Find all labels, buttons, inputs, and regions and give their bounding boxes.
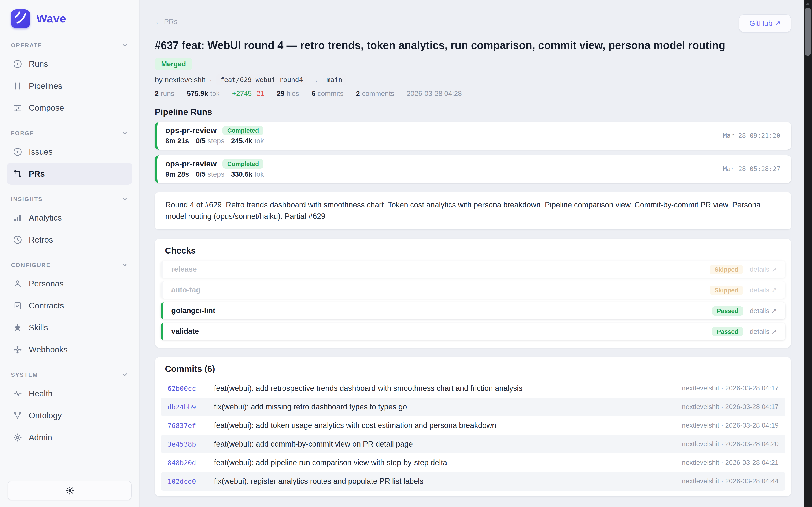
pr-detail-page: ← PRs GitHub ↗ #637 feat: WebUI round 4 … <box>140 0 812 507</box>
run-name: ops-pr-review <box>165 126 217 135</box>
separator-dot: · <box>304 90 306 98</box>
commit-hash-link[interactable]: 62b00cc <box>167 384 206 392</box>
sidebar-item-pipelines[interactable]: Pipelines <box>7 75 133 97</box>
separator-dot: · <box>180 90 182 98</box>
source-branch-chip[interactable]: feat/629-webui-round4 <box>216 74 307 86</box>
issue-circle-icon <box>13 147 22 157</box>
run-status-badge: Completed <box>223 159 264 169</box>
commit-message: feat(webui): add token usage analytics w… <box>214 421 673 430</box>
sidebar-section-system[interactable]: SYSTEM <box>11 372 128 378</box>
sidebar-item-prs[interactable]: PRs <box>7 163 133 185</box>
sidebar-item-label: Analytics <box>29 213 62 222</box>
sidebar-item-label: Health <box>29 389 53 398</box>
app-window: Wave OPERATE Runs Pipelines Compose <box>0 0 812 507</box>
check-details-link[interactable]: details ↗ <box>750 327 777 335</box>
brand-name: Wave <box>36 12 66 25</box>
sidebar-item-label: Contracts <box>29 300 64 310</box>
chevron-down-icon <box>121 130 128 136</box>
scroll-up-arrow-icon[interactable] <box>806 3 810 5</box>
target-branch-chip[interactable]: main <box>323 74 346 86</box>
scrollbar-thumb[interactable] <box>805 8 811 56</box>
sidebar-item-personas[interactable]: Personas <box>7 273 133 294</box>
sidebar-item-analytics[interactable]: Analytics <box>7 207 133 229</box>
commit-list: 62b00cc feat(webui): add retrospective t… <box>161 379 785 491</box>
commit-meta: nextlevelshit · 2026-03-28 04:19 <box>682 421 778 429</box>
chevron-down-icon <box>121 262 128 268</box>
vertical-scrollbar[interactable] <box>804 0 812 507</box>
check-status-badge: Passed <box>712 327 743 336</box>
status-badge: Merged <box>155 58 192 70</box>
check-status-badge: Skipped <box>710 285 743 295</box>
sidebar-section-operate[interactable]: OPERATE <box>11 42 128 49</box>
sidebar-section-insights[interactable]: INSIGHTS <box>11 195 128 203</box>
sidebar-item-label: Pipelines <box>29 81 62 91</box>
check-row: release Skipped details ↗ <box>161 261 785 278</box>
arrow-right-icon: → <box>311 75 318 84</box>
run-tokens: 245.4k <box>231 137 252 145</box>
commit-row: 3e4538b feat(webui): add commit-by-commi… <box>161 435 785 453</box>
check-details-link[interactable]: details ↗ <box>750 265 777 273</box>
check-row: auto-tag Skipped details ↗ <box>161 281 785 299</box>
star-icon <box>13 323 22 332</box>
run-tokens: 330.6k <box>231 170 252 178</box>
sidebar-section-configure[interactable]: CONFIGURE <box>11 262 128 268</box>
sidebar-section-forge[interactable]: FORGE <box>11 130 128 136</box>
sidebar-item-label: Skills <box>29 323 48 332</box>
stat-timestamp: 2026-03-28 04:28 <box>407 90 462 98</box>
commit-meta: nextlevelshit · 2026-03-28 04:44 <box>682 477 778 485</box>
commit-hash-link[interactable]: 76837ef <box>167 421 206 430</box>
separator-dot: · <box>269 90 272 98</box>
checks-heading: Checks <box>165 245 785 256</box>
commit-hash-link[interactable]: 3e4538b <box>167 440 206 448</box>
chevron-down-icon <box>121 195 128 203</box>
sidebar-item-label: Ontology <box>29 410 62 420</box>
commit-row: db24bb9 fix(webui): add missing retro da… <box>161 398 785 416</box>
pr-title: #637 feat: WebUI round 4 — retro trends,… <box>155 38 734 53</box>
stat-commits: 6commits <box>311 90 343 98</box>
sidebar-item-runs[interactable]: Runs <box>7 53 133 75</box>
github-button[interactable]: GitHub ↗ <box>739 14 791 33</box>
run-duration: 9m 28s <box>165 170 189 178</box>
sidebar-item-ontology[interactable]: Ontology <box>7 404 133 426</box>
run-timestamp: Mar 28 09:21:20 <box>723 131 780 139</box>
webhook-icon <box>13 345 22 354</box>
sidebar: Wave OPERATE Runs Pipelines Compose <box>0 0 140 507</box>
run-steps: 0/5 <box>196 170 206 178</box>
sidebar-item-admin[interactable]: Admin <box>7 426 133 448</box>
sliders-icon <box>13 103 22 113</box>
sidebar-item-label: Admin <box>29 433 52 442</box>
sidebar-item-health[interactable]: Health <box>7 382 133 404</box>
sidebar-footer <box>0 473 139 507</box>
back-to-prs-link[interactable]: ← PRs <box>155 18 177 26</box>
pipeline-run-card[interactable]: ops-pr-review Completed 9m 28s 0/5steps … <box>155 156 791 183</box>
separator-dot: · <box>210 75 212 84</box>
commit-meta: nextlevelshit · 2026-03-28 04:17 <box>682 385 778 392</box>
sidebar-item-label: PRs <box>29 169 45 178</box>
check-row: validate Passed details ↗ <box>161 323 785 340</box>
sidebar-item-issues[interactable]: Issues <box>7 141 133 163</box>
stat-files: 29files <box>277 90 299 98</box>
commit-hash-link[interactable]: db24bb9 <box>167 403 206 411</box>
theme-toggle-button[interactable] <box>8 481 132 500</box>
commit-meta: nextlevelshit · 2026-03-28 04:17 <box>682 403 778 411</box>
sidebar-item-skills[interactable]: Skills <box>7 317 133 338</box>
check-row: golangci-lint Passed details ↗ <box>161 302 785 320</box>
pipeline-run-card[interactable]: ops-pr-review Completed 8m 21s 0/5steps … <box>155 122 791 150</box>
separator-dot: · <box>225 90 227 98</box>
commit-hash-link[interactable]: 102dcd0 <box>167 477 206 485</box>
play-circle-icon <box>13 59 22 69</box>
sidebar-item-contracts[interactable]: Contracts <box>7 294 133 317</box>
check-name: validate <box>171 327 199 336</box>
sidebar-item-retros[interactable]: Retros <box>7 229 133 250</box>
sun-icon <box>65 486 74 495</box>
triangle-graph-icon <box>13 410 22 420</box>
git-pull-request-icon <box>13 169 22 178</box>
check-details-link[interactable]: details ↗ <box>750 286 777 294</box>
sidebar-item-webhooks[interactable]: Webhooks <box>7 338 133 360</box>
run-info: ops-pr-review Completed 9m 28s 0/5steps … <box>165 159 271 178</box>
check-details-link[interactable]: details ↗ <box>750 307 777 315</box>
commit-hash-link[interactable]: 848b20d <box>167 459 206 467</box>
section-label: OPERATE <box>11 42 42 48</box>
commit-meta: nextlevelshit · 2026-03-28 04:21 <box>682 459 778 466</box>
sidebar-item-compose[interactable]: Compose <box>7 97 133 119</box>
